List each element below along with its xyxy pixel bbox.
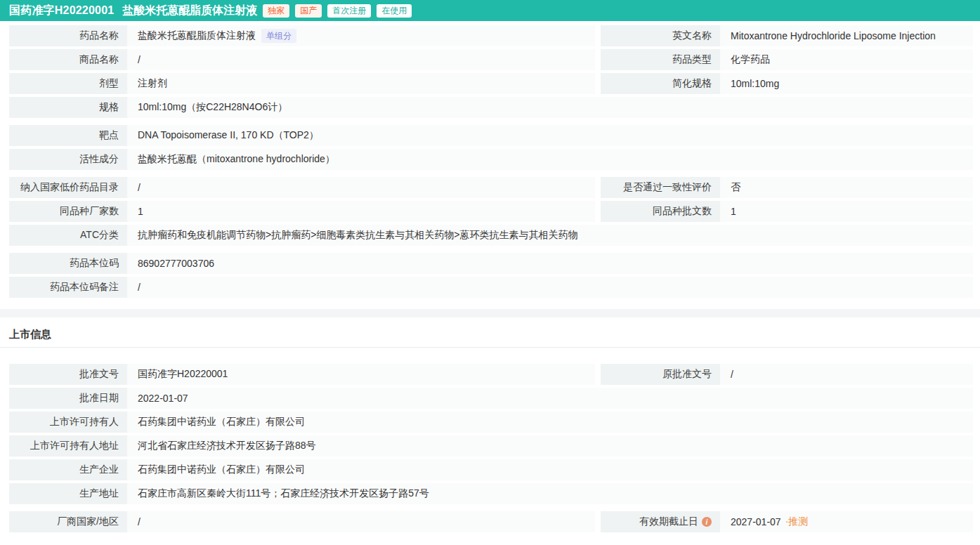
group-classification: 纳入国家低价药品目录 / 是否通过一致性评价 否 同品种厂家数 1 同品种批文数… <box>9 177 973 246</box>
field-label-original-approval-number: 原批准文号 <box>601 364 720 385</box>
badge-first-registration: 首次注册 <box>327 4 371 18</box>
approval-number-title: 国药准字H20220001 <box>9 4 114 18</box>
field-value-same-variety-manufacturers: 1 <box>127 201 595 222</box>
table-row: 药品本位码备注 / <box>9 277 973 298</box>
field-label-target: 靶点 <box>9 125 127 146</box>
field-value-active-ingredient: 盐酸米托蒽醌（mitoxantrone hydrochloride） <box>127 149 973 170</box>
table-row: 药品本位码 86902777003706 <box>9 253 973 274</box>
table-row: 活性成分 盐酸米托蒽醌（mitoxantrone hydrochloride） <box>9 149 973 170</box>
title-bar: 国药准字H20220001 盐酸米托蒽醌脂质体注射液 独家 国产 首次注册 在使… <box>0 0 980 21</box>
field-value-original-approval-number: / <box>720 364 973 385</box>
marketing-section-header: 上市信息 <box>0 317 980 341</box>
group-standard-code: 药品本位码 86902777003706 药品本位码备注 / <box>9 253 973 298</box>
badge-exclusive: 独家 <box>263 4 289 18</box>
group-country-expiry: 厂商国家/地区 / 有效期截止日 i 2027-01-07 ·推测 <box>9 511 973 532</box>
table-row: 生产企业 石药集团中诺药业（石家庄）有限公司 <box>9 459 973 480</box>
section-title: 上市信息 <box>9 327 980 341</box>
drug-info-card: 药品名称 盐酸米托蒽醌脂质体注射液 单组分 英文名称 Mitoxantrone … <box>0 21 980 298</box>
field-value-trade-name: / <box>127 49 595 70</box>
field-label-mah: 上市许可持有人 <box>9 412 127 433</box>
group-approval: 批准文号 国药准字H20220001 原批准文号 / 批准日期 2022-01-… <box>9 364 973 504</box>
field-value-english-name: Mitoxantrone Hydrochloride Liposome Inje… <box>720 25 973 46</box>
marketing-info-card: 批准文号 国药准字H20220001 原批准文号 / 批准日期 2022-01-… <box>0 348 980 532</box>
field-value-consistency-eval: 否 <box>720 177 973 198</box>
field-value-drug-name: 盐酸米托蒽醌脂质体注射液 单组分 <box>127 25 595 46</box>
field-label-english-name: 英文名称 <box>601 25 720 46</box>
field-label-same-variety-manufacturers: 同品种厂家数 <box>9 201 127 222</box>
field-value-manufacturer: 石药集团中诺药业（石家庄）有限公司 <box>127 459 973 480</box>
table-row: 纳入国家低价药品目录 / 是否通过一致性评价 否 <box>9 177 973 198</box>
table-row: ATC分类 抗肿瘤药和免疫机能调节药物>抗肿瘤药>细胞毒素类抗生素与其相关药物>… <box>9 225 973 246</box>
field-value-approval-number: 国药准字H20220001 <box>127 364 595 385</box>
field-label-manufacturer: 生产企业 <box>9 459 127 480</box>
table-row: 药品名称 盐酸米托蒽醌脂质体注射液 单组分 英文名称 Mitoxantrone … <box>9 25 973 46</box>
page-title: 盐酸米托蒽醌脂质体注射液 <box>122 4 257 18</box>
table-row: 厂商国家/地区 / 有效期截止日 i 2027-01-07 ·推测 <box>9 511 973 532</box>
field-label-spec: 规格 <box>9 97 127 118</box>
table-row: 同品种厂家数 1 同品种批文数 1 <box>9 201 973 222</box>
section-divider <box>0 309 980 317</box>
info-icon[interactable]: i <box>702 517 712 527</box>
inferred-note: ·推测 <box>785 516 809 528</box>
table-row: 上市许可持有人地址 河北省石家庄经济技术开发区扬子路88号 <box>9 435 973 457</box>
field-value-same-variety-approvals: 1 <box>720 201 973 222</box>
field-label-same-variety-approvals: 同品种批文数 <box>601 201 720 222</box>
table-row: 批准文号 国药准字H20220001 原批准文号 / <box>9 364 973 385</box>
field-value-drug-type: 化学药品 <box>720 49 973 70</box>
field-label-simplified-spec: 简化规格 <box>601 73 720 94</box>
table-row: 剂型 注射剂 简化规格 10ml:10mg <box>9 73 973 94</box>
field-value-approval-date: 2022-01-07 <box>127 388 973 409</box>
field-value-simplified-spec: 10ml:10mg <box>720 73 973 94</box>
field-value-target: DNA Topoisomerase II, 170 KD（TOP2） <box>127 125 973 146</box>
field-label-expiry-date: 有效期截止日 i <box>601 511 720 532</box>
table-row: 规格 10ml:10mg（按C22H28N4O6计） <box>9 97 973 118</box>
group-target: 靶点 DNA Topoisomerase II, 170 KD（TOP2） 活性… <box>9 125 973 170</box>
table-row: 商品名称 / 药品类型 化学药品 <box>9 49 973 70</box>
field-label-atc: ATC分类 <box>9 225 127 246</box>
field-value-manufacturer-country: / <box>127 511 595 532</box>
table-row: 上市许可持有人 石药集团中诺药业（石家庄）有限公司 <box>9 412 973 433</box>
field-label-low-price-list: 纳入国家低价药品目录 <box>9 177 127 198</box>
field-label-active-ingredient: 活性成分 <box>9 149 127 170</box>
field-label-approval-date: 批准日期 <box>9 388 127 409</box>
field-label-standard-code-note: 药品本位码备注 <box>9 277 127 298</box>
group-names: 药品名称 盐酸米托蒽醌脂质体注射液 单组分 英文名称 Mitoxantrone … <box>9 25 973 118</box>
field-value-spec: 10ml:10mg（按C22H28N4O6计） <box>127 97 973 118</box>
field-value-dosage-form: 注射剂 <box>127 73 595 94</box>
field-label-dosage-form: 剂型 <box>9 73 127 94</box>
field-label-consistency-eval: 是否通过一致性评价 <box>601 177 720 198</box>
field-value-mah-address: 河北省石家庄经济技术开发区扬子路88号 <box>127 435 973 457</box>
field-label-approval-number: 批准文号 <box>9 364 127 385</box>
table-row: 批准日期 2022-01-07 <box>9 388 973 409</box>
field-label-trade-name: 商品名称 <box>9 49 127 70</box>
single-component-tag: 单组分 <box>261 29 296 43</box>
badge-in-use: 在使用 <box>377 4 412 18</box>
field-label-manufacturer-country: 厂商国家/地区 <box>9 511 127 532</box>
field-label-manufacture-address: 生产地址 <box>9 483 127 504</box>
table-row: 靶点 DNA Topoisomerase II, 170 KD（TOP2） <box>9 125 973 146</box>
field-label-drug-type: 药品类型 <box>601 49 720 70</box>
field-value-standard-code: 86902777003706 <box>127 253 973 274</box>
field-value-manufacture-address: 石家庄市高新区秦岭大街111号；石家庄经济技术开发区扬子路57号 <box>127 483 973 504</box>
field-label-standard-code: 药品本位码 <box>9 253 127 274</box>
field-value-low-price-list: / <box>127 177 595 198</box>
badge-domestic: 国产 <box>295 4 322 18</box>
field-value-standard-code-note: / <box>127 277 973 298</box>
field-value-expiry-date: 2027-01-07 ·推测 <box>720 511 973 532</box>
field-label-mah-address: 上市许可持有人地址 <box>9 435 127 457</box>
field-value-atc: 抗肿瘤药和免疫机能调节药物>抗肿瘤药>细胞毒素类抗生素与其相关药物>蒽环类抗生素… <box>127 225 973 246</box>
field-value-mah: 石药集团中诺药业（石家庄）有限公司 <box>127 412 973 433</box>
table-row: 生产地址 石家庄市高新区秦岭大街111号；石家庄经济技术开发区扬子路57号 <box>9 483 973 504</box>
field-label-drug-name: 药品名称 <box>9 25 127 46</box>
